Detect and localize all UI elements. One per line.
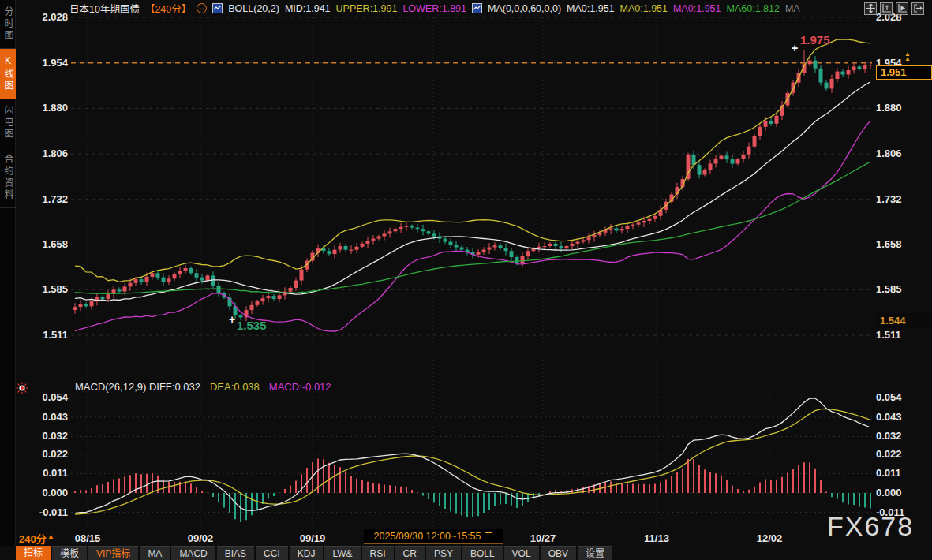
price-up-arrows-icon: ▲▲	[904, 52, 911, 62]
svg-text:0.032: 0.032	[876, 430, 902, 442]
high-cross-marker-icon: +	[792, 42, 798, 54]
svg-text:0.032: 0.032	[42, 430, 68, 442]
svg-text:1.511: 1.511	[43, 329, 68, 341]
scale-up-icon[interactable]	[880, 2, 893, 15]
svg-text:08/15: 08/15	[75, 532, 101, 544]
boll-upper-value: UPPER:1.991	[336, 3, 398, 14]
boll-label: BOLL(20,2)	[228, 3, 279, 14]
svg-text:11/13: 11/13	[644, 532, 669, 544]
macd-diff-value: MACD(26,12,9) DIFF:0.032	[75, 381, 200, 393]
low-cross-marker-icon: +	[229, 313, 235, 326]
toolbar-macd[interactable]: MACD	[171, 546, 215, 560]
macd-dea-value: DEA:0.038	[210, 381, 260, 393]
svg-text:1.658: 1.658	[876, 238, 902, 250]
chart-header: 日本10年期国债 【240分】 ↔ BOLL(20,2) MID:1.941 U…	[16, 0, 932, 17]
svg-text:09/19: 09/19	[300, 532, 326, 544]
svg-text:10/27: 10/27	[530, 532, 556, 544]
sidebar-item-timeshare[interactable]: 分时图	[0, 0, 16, 49]
toolbar-settings[interactable]: 设置	[578, 546, 612, 560]
svg-text:1.585: 1.585	[876, 283, 902, 295]
svg-text:12/02: 12/02	[757, 532, 783, 544]
sidebar-item-kline[interactable]: K线图	[0, 49, 16, 99]
svg-text:1.511: 1.511	[876, 329, 901, 341]
svg-text:1.880: 1.880	[876, 102, 902, 114]
svg-text:1.585: 1.585	[42, 283, 68, 295]
macd-header: MACD(26,12,9) DIFF:0.032 DEA:0.038 MACD:…	[75, 381, 331, 393]
interval-arrow-icon[interactable]: ▲	[47, 532, 54, 540]
toolbar-ma[interactable]: MA	[140, 546, 170, 560]
svg-text:1.732: 1.732	[42, 193, 68, 205]
secondary-price-tag: 1.544	[876, 313, 932, 328]
ma-indicator-icon[interactable]	[472, 3, 482, 13]
indicator-toolbar: 指标 模板 VIP指标 MA MACD BIAS CCI KDJ LW& RSI…	[0, 546, 932, 560]
svg-text:0.000: 0.000	[876, 487, 902, 498]
toolbar-kdj[interactable]: KDJ	[290, 546, 324, 560]
svg-text:0.022: 0.022	[876, 448, 902, 460]
toolbar-indicators[interactable]: 指标	[16, 546, 51, 560]
chart-canvas[interactable]: 2.0282.0281.9541.9541.8801.8801.8061.806…	[0, 0, 932, 560]
toolbar-bias[interactable]: BIAS	[217, 546, 254, 560]
toolbar-vol[interactable]: VOL	[504, 546, 539, 560]
svg-text:09/02: 09/02	[188, 532, 214, 544]
macd-value: MACD:-0.012	[269, 381, 331, 393]
crosshair-icon[interactable]	[864, 2, 877, 15]
watermark: FX678	[827, 511, 914, 542]
svg-text:0.043: 0.043	[42, 411, 68, 423]
toolbar-rsi[interactable]: RSI	[362, 546, 394, 560]
svg-text:0.054: 0.054	[42, 391, 68, 403]
toolbar-psy[interactable]: PSY	[426, 546, 461, 560]
ma60-value: MA60:1.812	[727, 3, 780, 14]
svg-text:1.732: 1.732	[876, 193, 902, 205]
ma-extra-label: MA	[785, 3, 800, 14]
toolbar-cr[interactable]: CR	[395, 546, 425, 560]
svg-text:-0.011: -0.011	[39, 506, 68, 518]
boll-mid-value: MID:1.941	[285, 3, 331, 14]
chart-application: 2.0282.0281.9541.9541.8801.8801.8061.806…	[0, 0, 932, 560]
ma0-value-1: MA0:1.951	[567, 3, 614, 14]
scroll-right-icon[interactable]	[896, 2, 908, 15]
sidebar: 分时图 K线图 闪电图 合约资料	[0, 0, 16, 560]
high-price-annotation: 1.975	[800, 33, 830, 47]
boll-lower-value: LOWER:1.891	[402, 3, 466, 14]
toolbar-cci[interactable]: CCI	[256, 546, 288, 560]
svg-text:1.880: 1.880	[42, 102, 68, 114]
svg-text:0.022: 0.022	[42, 448, 68, 460]
boll-indicator-icon[interactable]	[212, 3, 223, 13]
sidebar-item-lightning[interactable]: 闪电图	[0, 99, 16, 147]
current-price-tag: 1.951	[876, 65, 932, 80]
ma0-value-3: MA0:1.951	[673, 3, 721, 14]
toolbar-lwr[interactable]: LW&	[324, 546, 360, 560]
svg-text:1.954: 1.954	[42, 57, 68, 69]
svg-text:0.043: 0.043	[876, 411, 902, 423]
toolbar-obv[interactable]: OBV	[541, 546, 576, 560]
sidebar-item-contract-info[interactable]: 合约资料	[0, 147, 16, 208]
exit-right-icon[interactable]	[911, 2, 924, 15]
instrument-title: 日本10年期国债	[69, 1, 140, 16]
svg-text:1.806: 1.806	[876, 147, 902, 159]
toolbar-vip-indicators[interactable]: VIP指标	[88, 546, 138, 560]
low-price-annotation: 1.535	[237, 319, 267, 332]
toolbar-template[interactable]: 模板	[52, 546, 87, 560]
ma0-value-2: MA0:1.951	[620, 3, 668, 14]
svg-text:0.011: 0.011	[43, 467, 68, 479]
interval-tag[interactable]: 【240分】	[145, 1, 191, 16]
toolbar-boll[interactable]: BOLL	[462, 546, 503, 560]
cycle-interval-icon[interactable]: ↔	[197, 3, 207, 13]
svg-text:0.011: 0.011	[876, 467, 901, 479]
crosshair-timestamp: 2025/09/30 12:00~15:55 二	[364, 529, 503, 544]
svg-text:0.054: 0.054	[876, 391, 902, 403]
header-buttons	[864, 2, 929, 15]
ma-label: MA(0,0,0,60,0,0)	[488, 3, 561, 14]
live-pulse-icon[interactable]	[16, 382, 28, 398]
svg-text:0.000: 0.000	[42, 487, 68, 498]
interval-selector[interactable]: 240分	[19, 531, 47, 546]
svg-text:1.658: 1.658	[42, 238, 68, 250]
svg-text:1.806: 1.806	[42, 147, 68, 159]
